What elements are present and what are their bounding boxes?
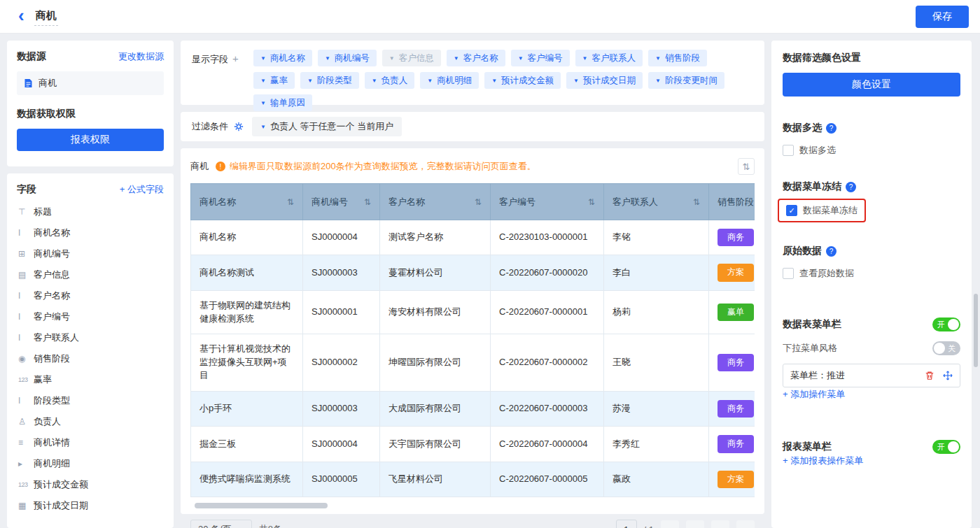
display-fields-panel: 显示字段+ ▼商机名称 ▼商机编号 ▼客户信息 ▼客户名称 ▼客户编号 ▼客户联… xyxy=(181,41,764,105)
field-item-opportunity-detail[interactable]: ≡商机详情 xyxy=(17,432,164,453)
add-display-field-button[interactable]: + xyxy=(232,52,239,64)
raw-data-checkbox[interactable] xyxy=(783,268,794,279)
fields-title: 字段 xyxy=(17,183,36,196)
column-sort-icon[interactable]: ⇅ xyxy=(588,197,595,207)
field-chip[interactable]: ▼预计成交金额 xyxy=(484,72,561,89)
field-item-opportunity-no[interactable]: ⊞商机编号 xyxy=(17,243,164,264)
field-item-customer-info[interactable]: ▤客户信息 xyxy=(17,264,164,285)
column-header[interactable]: 销售阶段 xyxy=(709,184,755,220)
number-icon: 123 xyxy=(18,481,34,488)
field-item-customer-contact[interactable]: I客户联系人 xyxy=(17,327,164,348)
trash-icon[interactable] xyxy=(925,371,934,380)
page-of-label: / 1 xyxy=(644,525,654,528)
field-item-expected-amount[interactable]: 123预计成交金额 xyxy=(17,474,164,495)
field-chip[interactable]: ▼商机编号 xyxy=(318,50,377,66)
table-cell: 海安材料有限公司 xyxy=(380,290,491,334)
table-cell: 李白 xyxy=(604,255,709,290)
vertical-scrollbar[interactable] xyxy=(974,294,978,367)
table-header-row: 商机名称⇅ 商机编号⇅ 客户名称⇅ 客户编号⇅ 客户联系人⇅ 销售阶段 xyxy=(191,184,755,220)
field-item-customer-no[interactable]: I客户编号 xyxy=(17,306,164,327)
chevron-down-icon: ▼ xyxy=(307,78,313,84)
table-menu-toggle[interactable]: 开 xyxy=(932,317,960,331)
report-menu-title: 报表菜单栏 xyxy=(783,441,832,453)
field-label: 销售阶段 xyxy=(34,352,70,365)
column-header[interactable]: 商机名称⇅ xyxy=(191,184,303,220)
field-chip[interactable]: ▼赢率 xyxy=(253,72,295,89)
field-item-owner[interactable]: ♙负责人 xyxy=(17,411,164,432)
column-header[interactable]: 客户编号⇅ xyxy=(491,184,604,220)
field-chip-disabled[interactable]: ▼客户信息 xyxy=(382,50,441,66)
top-bar: ‹ 商机 保存 xyxy=(0,0,980,34)
page-title[interactable]: 商机 xyxy=(34,8,58,26)
filter-condition-text: 负责人 等于任意一个 当前用户 xyxy=(270,120,393,133)
report-menu-toggle[interactable]: 开 xyxy=(932,440,960,454)
move-icon[interactable] xyxy=(943,371,953,380)
datasource-item[interactable]: 商机 xyxy=(17,71,164,95)
field-item-opportunity-items[interactable]: ▸商机明细 xyxy=(17,453,164,474)
field-label: 客户联系人 xyxy=(34,331,79,344)
horizontal-scrollbar[interactable] xyxy=(190,503,755,508)
column-sort-icon[interactable]: ⇅ xyxy=(287,197,294,207)
menu-freeze-checkbox[interactable]: ✓ xyxy=(786,205,797,216)
field-item-expected-date[interactable]: ▦预计成交日期 xyxy=(17,495,164,516)
column-sort-icon[interactable]: ⇅ xyxy=(364,197,371,207)
column-header[interactable]: 客户联系人⇅ xyxy=(604,184,709,220)
dropdown-style-label: 下拉菜单风格 xyxy=(783,342,837,355)
help-icon[interactable]: ? xyxy=(846,182,856,192)
field-chip[interactable]: ▼销售阶段 xyxy=(648,50,707,66)
table-cell: 蔓霍材料公司 xyxy=(380,255,491,290)
field-chip[interactable]: ▼客户编号 xyxy=(511,50,570,66)
help-icon[interactable]: ? xyxy=(826,246,836,257)
add-report-menu-link[interactable]: + 添加报表操作菜单 xyxy=(783,455,863,467)
field-chip[interactable]: ▼预计成交日期 xyxy=(566,72,643,89)
field-chip[interactable]: ▼阶段变更时间 xyxy=(648,72,724,89)
sort-button[interactable]: ⇅ xyxy=(738,158,755,175)
filter-condition-chip[interactable]: ▼ 负责人 等于任意一个 当前用户 xyxy=(252,117,402,136)
field-item-win-rate[interactable]: 123赢率 xyxy=(17,369,164,390)
field-item-customer-name[interactable]: I客户名称 xyxy=(17,285,164,306)
field-label: 商机名称 xyxy=(34,227,70,239)
subform-icon: ▸ xyxy=(18,459,34,469)
color-settings-button[interactable]: 颜色设置 xyxy=(783,73,960,97)
field-chip[interactable]: ▼商机明细 xyxy=(420,72,479,89)
next-page-button[interactable]: › xyxy=(711,520,729,528)
page-size-select[interactable]: 20 条/页 ▾ xyxy=(190,520,252,528)
help-icon[interactable]: ? xyxy=(826,123,836,134)
preview-warning: ! 编辑界面只取数据源前200条作为查询数据预览，完整数据请访问页面查看。 xyxy=(216,160,536,173)
add-formula-field-link[interactable]: + 公式字段 xyxy=(120,183,164,196)
save-button[interactable]: 保存 xyxy=(916,6,969,28)
table-cell: C-20220607-0000001 xyxy=(491,290,604,334)
horizontal-scrollbar-thumb[interactable] xyxy=(195,503,328,508)
table-cell: 李铭 xyxy=(604,220,709,255)
last-page-button[interactable]: » xyxy=(736,520,755,528)
field-item-title[interactable]: ⊤标题 xyxy=(17,201,164,222)
dropdown-style-toggle[interactable]: 关 xyxy=(932,341,960,355)
column-header[interactable]: 客户名称⇅ xyxy=(380,184,491,220)
report-permission-button[interactable]: 报表权限 xyxy=(17,129,164,151)
prev-page-button[interactable]: ‹ xyxy=(686,520,704,528)
column-sort-icon[interactable]: ⇅ xyxy=(475,197,482,207)
column-header[interactable]: 商机编号⇅ xyxy=(303,184,380,220)
table-cell: SJ0000004 xyxy=(303,427,380,462)
gear-icon[interactable] xyxy=(234,122,244,131)
add-action-menu-link[interactable]: + 添加操作菜单 xyxy=(783,388,845,401)
menu-item-input[interactable]: 菜单栏：推进 xyxy=(783,364,960,387)
field-item-sales-stage[interactable]: ◉销售阶段 xyxy=(17,348,164,369)
back-icon[interactable]: ‹ xyxy=(18,6,24,24)
column-sort-icon[interactable]: ⇅ xyxy=(693,197,700,207)
filter-label: 过滤条件 xyxy=(192,120,228,133)
field-chip[interactable]: ▼输单原因 xyxy=(253,94,312,111)
multi-select-checkbox[interactable] xyxy=(783,145,794,156)
field-chip[interactable]: ▼阶段类型 xyxy=(300,72,359,89)
field-chip[interactable]: ▼客户名称 xyxy=(447,50,505,66)
toggle-knob xyxy=(948,441,959,452)
current-page-input[interactable]: 1 xyxy=(616,520,637,528)
first-page-button[interactable]: « xyxy=(661,520,679,528)
field-chip[interactable]: ▼负责人 xyxy=(365,72,414,89)
field-item-stage-type[interactable]: I阶段类型 xyxy=(17,390,164,411)
field-chip[interactable]: ▼客户联系人 xyxy=(575,50,643,66)
change-datasource-link[interactable]: 更改数据源 xyxy=(118,50,164,63)
field-item-opportunity-name[interactable]: I商机名称 xyxy=(17,222,164,243)
stage-badge: 商务 xyxy=(718,400,754,418)
field-chip[interactable]: ▼商机名称 xyxy=(253,50,312,66)
